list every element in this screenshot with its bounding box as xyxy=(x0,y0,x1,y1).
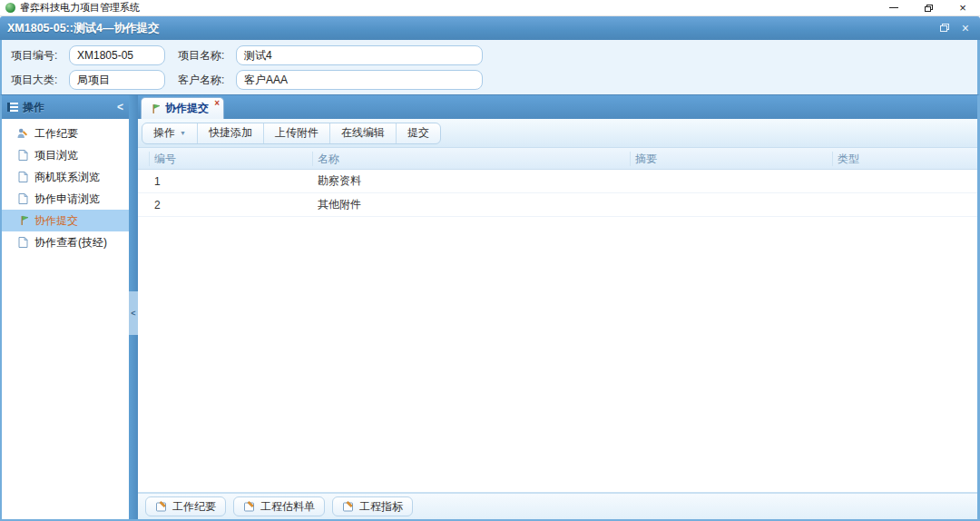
toolbar-button-group: 操作 ▼ 快捷添加 上传附件 在线编辑 提交 xyxy=(142,123,441,144)
toolbar-button-label: 操作 xyxy=(153,125,175,141)
sidebar-item-collab-request-browse[interactable]: 协作申请浏览 xyxy=(2,188,129,210)
sidebar-item-collab-submit[interactable]: 协作提交 xyxy=(2,210,129,231)
project-info-form: 项目编号: XM1805-05 项目名称: 测试4 项目大类: 局项目 客户名称… xyxy=(0,40,980,94)
document-icon xyxy=(16,236,29,249)
footer-button-engineering-indicators[interactable]: 工程指标 xyxy=(332,496,413,516)
restore-icon xyxy=(925,5,933,12)
table-header-type[interactable]: 类型 xyxy=(833,152,977,166)
toolbar-button-label: 上传附件 xyxy=(275,125,318,141)
table-empty-area xyxy=(138,217,977,492)
splitter-collapse-handle[interactable]: < xyxy=(129,291,138,335)
footer-button-estimate-sheet[interactable]: 工程估料单 xyxy=(233,496,325,516)
titlebar: 睿弈科技电力项目管理系统 × xyxy=(0,0,980,16)
toolbar: 操作 ▼ 快捷添加 上传附件 在线编辑 提交 xyxy=(138,119,977,148)
sidebar-item-work-summary[interactable]: 工作纪要 xyxy=(2,123,129,144)
toolbar-button-submit[interactable]: 提交 xyxy=(397,123,440,143)
sidebar-items: 工作纪要 项目浏览 商机联系浏览 xyxy=(2,119,129,253)
tab-strip: 协作提交 × xyxy=(138,95,977,119)
project-code-label: 项目编号: xyxy=(11,48,64,64)
flag-icon xyxy=(148,103,161,115)
minimize-button[interactable] xyxy=(877,0,911,15)
document-icon xyxy=(16,192,29,205)
customer-name-field[interactable]: 客户AAA xyxy=(236,70,483,90)
row-number-cell: 2 xyxy=(150,199,313,211)
project-category-label: 项目大类: xyxy=(11,73,64,88)
toolbar-button-label: 提交 xyxy=(407,125,429,141)
close-icon: × xyxy=(959,2,966,14)
sidebar-header[interactable]: 操作 < xyxy=(2,95,129,119)
footer-button-label: 工程估料单 xyxy=(260,499,315,515)
form-row-2: 项目大类: 局项目 客户名称: 客户AAA xyxy=(11,69,977,91)
sidebar-item-label: 协作提交 xyxy=(34,213,78,229)
window-controls: × xyxy=(877,0,980,15)
doc-restore-button[interactable] xyxy=(940,22,949,34)
main-area: 操作 < 工作纪要 项目浏览 xyxy=(0,94,980,521)
list-icon xyxy=(7,103,18,112)
panel-splitter[interactable]: < xyxy=(129,95,138,519)
table-header-summary[interactable]: 摘要 xyxy=(631,152,833,166)
toolbar-button-label: 在线编辑 xyxy=(341,125,385,141)
tab-label: 协作提交 xyxy=(165,101,209,116)
project-code-field[interactable]: XM1805-05 xyxy=(69,45,165,65)
dropdown-arrow-icon: ▼ xyxy=(180,130,186,136)
toolbar-button-upload-attachment[interactable]: 上传附件 xyxy=(264,123,330,143)
tab-collab-submit[interactable]: 协作提交 × xyxy=(141,97,224,119)
footer-button-label: 工程指标 xyxy=(359,499,403,515)
app-title: 睿弈科技电力项目管理系统 xyxy=(20,1,140,15)
sidebar-item-label: 商机联系浏览 xyxy=(34,170,100,185)
splitter-collapse-icon: < xyxy=(131,309,135,318)
flag-icon xyxy=(16,214,29,227)
sidebar-item-label: 协作申请浏览 xyxy=(34,192,100,207)
document-icon xyxy=(16,149,29,162)
doc-close-button[interactable]: × xyxy=(962,22,969,34)
footer-button-label: 工作纪要 xyxy=(172,499,216,515)
sidebar-item-collab-view[interactable]: 协作查看(技经) xyxy=(2,231,129,253)
customer-name-label: 客户名称: xyxy=(178,73,230,88)
footer-toolbar: 工作纪要 工程估料单 工程指标 xyxy=(138,492,977,519)
project-name-label: 项目名称: xyxy=(178,48,230,64)
table-header-row: 编号 名称 摘要 类型 xyxy=(138,148,977,170)
form-row-1: 项目编号: XM1805-05 项目名称: 测试4 xyxy=(11,44,977,66)
document-title: XM1805-05::测试4—协作提交 xyxy=(7,21,159,36)
row-name-cell: 勘察资料 xyxy=(313,173,631,189)
sidebar-item-business-contact-browse[interactable]: 商机联系浏览 xyxy=(2,166,129,188)
content-panel: 协作提交 × 操作 ▼ 快捷添加 上传附件 xyxy=(138,95,977,519)
document-icon xyxy=(16,171,29,183)
project-category-field[interactable]: 局项目 xyxy=(69,70,165,90)
pencil-note-icon xyxy=(342,500,355,513)
table-row[interactable]: 2 其他附件 xyxy=(138,193,977,217)
toolbar-button-online-edit[interactable]: 在线编辑 xyxy=(330,123,397,143)
close-button[interactable]: × xyxy=(946,0,980,15)
table-header-selector xyxy=(138,152,150,166)
sidebar-item-label: 项目浏览 xyxy=(34,148,78,163)
table-header-number[interactable]: 编号 xyxy=(150,152,313,166)
sidebar-item-label: 工作纪要 xyxy=(34,126,78,142)
sidebar-header-label: 操作 xyxy=(23,100,44,115)
sidebar-item-project-browse[interactable]: 项目浏览 xyxy=(2,144,129,166)
project-name-field[interactable]: 测试4 xyxy=(236,45,483,65)
table-header-name[interactable]: 名称 xyxy=(313,152,631,166)
person-edit-icon xyxy=(16,127,29,140)
sidebar-collapse-icon[interactable]: < xyxy=(117,101,123,113)
document-window-controls: × xyxy=(940,22,973,34)
table-row[interactable]: 1 勘察资料 xyxy=(138,170,977,193)
row-number-cell: 1 xyxy=(150,175,313,188)
attachment-table: 编号 名称 摘要 类型 1 勘察资料 2 其他附件 xyxy=(138,148,977,492)
toolbar-button-label: 快捷添加 xyxy=(209,125,252,141)
tab-close-icon[interactable]: × xyxy=(214,99,220,108)
row-name-cell: 其他附件 xyxy=(313,197,631,212)
minimize-icon xyxy=(889,7,898,8)
sidebar: 操作 < 工作纪要 项目浏览 xyxy=(2,95,129,519)
app-logo-icon xyxy=(5,3,15,13)
pencil-note-icon xyxy=(243,500,256,513)
footer-button-work-summary[interactable]: 工作纪要 xyxy=(145,496,226,516)
app-window: 睿弈科技电力项目管理系统 × XM1805-05::测试4—协作提交 × 项目编… xyxy=(0,0,980,521)
toolbar-button-quick-add[interactable]: 快捷添加 xyxy=(198,123,264,143)
restore-button[interactable] xyxy=(911,0,946,15)
document-header: XM1805-05::测试4—协作提交 × xyxy=(0,16,980,40)
sidebar-item-label: 协作查看(技经) xyxy=(34,235,107,251)
toolbar-button-operation[interactable]: 操作 ▼ xyxy=(142,123,198,143)
pencil-note-icon xyxy=(155,500,168,513)
doc-restore-icon xyxy=(940,24,949,32)
